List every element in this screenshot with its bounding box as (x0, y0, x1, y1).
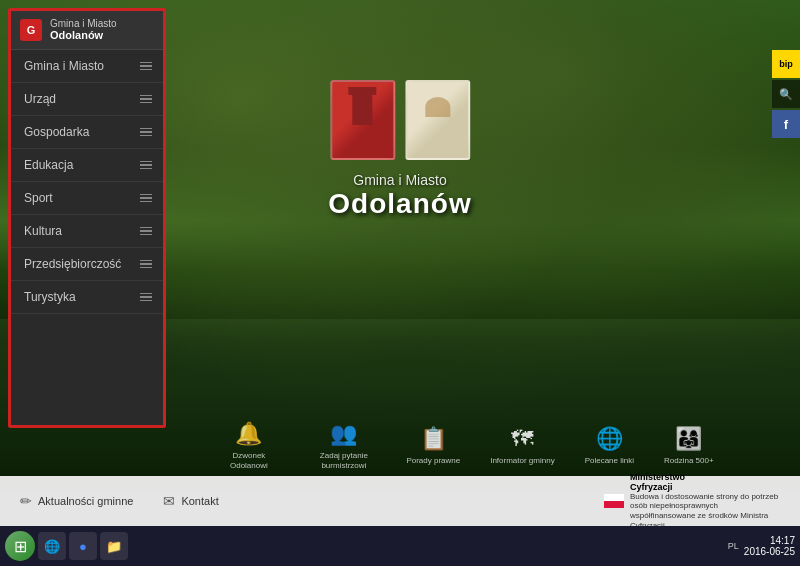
footer-bar: ✏ Aktualności gminne ✉ Kontakt Ministers… (0, 476, 800, 526)
coat-right (405, 80, 470, 160)
bottom-icon-label: Informator gminny (490, 456, 554, 466)
nav-item-label: Urząd (24, 92, 56, 106)
sidebar-title-block: Gmina i Miasto Odolanów (50, 18, 117, 41)
taskbar-clock: 14:17 2016-06-25 (744, 535, 795, 557)
taskbar-chrome-btn[interactable]: ● (69, 532, 97, 560)
windows-icon: ⊞ (14, 537, 27, 556)
sidebar-item-turystyka[interactable]: Turystyka (10, 281, 164, 314)
nav-item-label: Gospodarka (24, 125, 89, 139)
sidebar-item-gospodarka[interactable]: Gospodarka (10, 116, 164, 149)
nav-item-label: Edukacja (24, 158, 73, 172)
news-label: Aktualności gminne (38, 495, 133, 507)
sidebar-title-top: Gmina i Miasto (50, 18, 117, 29)
bottom-icon-symbol: 👥 (330, 421, 357, 447)
sidebar-item-sport[interactable]: Sport (10, 182, 164, 215)
sidebar-item-gmina[interactable]: Gmina i Miasto (10, 50, 164, 83)
taskbar-browser-btn[interactable]: 🌐 (38, 532, 66, 560)
contact-icon: ✉ (163, 493, 175, 509)
ministry-logo: MinisterstwoCyfryzacji Budowa i dostosow… (604, 472, 780, 530)
bottom-icon-symbol: 🗺 (511, 426, 533, 452)
bottom-icon-1[interactable]: 👥Zadaj pytanie burmistrzowi (311, 421, 376, 470)
taskbar-flags: PL (728, 541, 739, 551)
bottom-icon-label: Rodzina 500+ (664, 456, 714, 466)
taskbar-right: PL 14:17 2016-06-25 (728, 535, 795, 557)
right-panel: bip 🔍 f (772, 50, 800, 138)
bip-icon[interactable]: bip (772, 50, 800, 78)
sidebar-logo: G (20, 19, 42, 41)
search-icon[interactable]: 🔍 (772, 80, 800, 108)
nav-item-label: Kultura (24, 224, 62, 238)
flag-bottom (604, 501, 624, 508)
bottom-icons-bar: 🔔Dzwonek Odolanowi👥Zadaj pytanie burmist… (160, 416, 770, 476)
bottom-icon-symbol: 🌐 (596, 426, 623, 452)
clock-time: 14:17 (744, 535, 795, 546)
bottom-icon-2[interactable]: 📋Porady prawne (406, 426, 460, 466)
taskbar: ⊞ 🌐 ● 📁 PL 14:17 2016-06-25 (0, 526, 800, 566)
bottom-icon-symbol: 👨‍👩‍👧 (675, 426, 702, 452)
bottom-icon-4[interactable]: 🌐Polecane linki (585, 426, 634, 466)
sidebar: G Gmina i Miasto Odolanów Gmina i Miasto… (8, 8, 166, 428)
nav-item-label: Gmina i Miasto (24, 59, 104, 73)
bottom-icon-0[interactable]: 🔔Dzwonek Odolanowi (216, 421, 281, 470)
news-link[interactable]: ✏ Aktualności gminne (20, 493, 133, 509)
sidebar-header: G Gmina i Miasto Odolanów (10, 10, 164, 50)
sidebar-title-main: Odolanów (50, 29, 117, 41)
bottom-icon-3[interactable]: 🗺Informator gminny (490, 426, 554, 466)
browser-icon: 🌐 (44, 539, 60, 554)
nav-item-label: Sport (24, 191, 53, 205)
ministry-desc: Budowa i dostosowanie strony do potrzeb … (630, 492, 780, 530)
facebook-icon[interactable]: f (772, 110, 800, 138)
city-name: Odolanów (328, 188, 471, 220)
ministry-flag (604, 494, 624, 508)
hamburger-icon (140, 260, 152, 269)
bottom-icon-label: Dzwonek Odolanowi (216, 451, 281, 470)
coat-left (330, 80, 395, 160)
hamburger-icon (140, 293, 152, 302)
contact-link[interactable]: ✉ Kontakt (163, 493, 218, 509)
bottom-icon-label: Porady prawne (406, 456, 460, 466)
sidebar-item-edukacja[interactable]: Edukacja (10, 149, 164, 182)
hamburger-icon (140, 95, 152, 104)
hamburger-icon (140, 194, 152, 203)
sidebar-nav: Gmina i MiastoUrządGospodarkaEdukacjaSpo… (10, 50, 164, 314)
bottom-icon-5[interactable]: 👨‍👩‍👧Rodzina 500+ (664, 426, 714, 466)
hamburger-icon (140, 161, 152, 170)
nav-item-label: Przedsiębiorczość (24, 257, 121, 271)
hero-content: Gmina i Miasto Odolanów (328, 80, 471, 220)
ministry-name: MinisterstwoCyfryzacji (630, 472, 780, 492)
start-button[interactable]: ⊞ (5, 531, 35, 561)
hamburger-icon (140, 62, 152, 71)
sidebar-item-przedsiebiorczosc[interactable]: Przedsiębiorczość (10, 248, 164, 281)
coat-of-arms (330, 80, 470, 160)
chrome-icon: ● (79, 539, 87, 554)
city-subtitle: Gmina i Miasto (353, 172, 446, 188)
sidebar-item-kultura[interactable]: Kultura (10, 215, 164, 248)
folder-icon: 📁 (106, 539, 122, 554)
bottom-icon-symbol: 📋 (420, 426, 447, 452)
ministry-text: MinisterstwoCyfryzacji Budowa i dostosow… (630, 472, 780, 530)
taskbar-folder-btn[interactable]: 📁 (100, 532, 128, 560)
bottom-icon-label: Polecane linki (585, 456, 634, 466)
contact-label: Kontakt (181, 495, 218, 507)
bottom-icon-label: Zadaj pytanie burmistrzowi (311, 451, 376, 470)
hamburger-icon (140, 128, 152, 137)
news-icon: ✏ (20, 493, 32, 509)
clock-date: 2016-06-25 (744, 546, 795, 557)
bottom-icon-symbol: 🔔 (235, 421, 262, 447)
sidebar-item-urzad[interactable]: Urząd (10, 83, 164, 116)
hamburger-icon (140, 227, 152, 236)
nav-item-label: Turystyka (24, 290, 76, 304)
flag-top (604, 494, 624, 501)
